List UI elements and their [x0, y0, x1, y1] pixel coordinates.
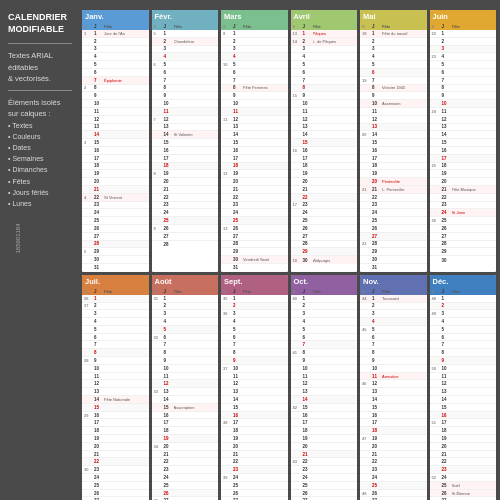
day-row: 6	[291, 334, 358, 342]
day-row: 24	[360, 209, 427, 217]
month-rows-oct: 4012345674189101112131442151617181920214…	[291, 295, 358, 500]
day-row: 11	[152, 108, 219, 116]
list-item-textes: Textes	[8, 120, 72, 131]
day-row: 3	[82, 310, 149, 318]
day-row: 16	[152, 412, 219, 420]
day-row: 22	[430, 458, 497, 466]
month-header-oct: Oct.	[291, 275, 358, 288]
day-row: 11	[152, 373, 219, 381]
day-row: 15	[360, 139, 427, 147]
day-row: 23	[221, 466, 288, 474]
calendar-grid: Janv.SJFête11Jour de l'An234567Épiphanie…	[82, 10, 496, 500]
day-row: 18	[152, 163, 219, 171]
day-row: 12	[291, 380, 358, 388]
day-row: 25	[221, 217, 288, 225]
day-row: 26	[82, 490, 149, 498]
day-row: 15	[221, 404, 288, 412]
day-row: 401	[291, 295, 358, 303]
day-row: 24	[221, 209, 288, 217]
day-row: 493	[430, 310, 497, 318]
day-row: 3	[291, 46, 358, 54]
day-row: 7	[221, 341, 288, 349]
day-row: 21	[152, 186, 219, 194]
day-row: 25	[221, 482, 288, 490]
day-row: 13	[221, 388, 288, 396]
day-row: 311	[152, 295, 219, 303]
day-row: 23	[82, 202, 149, 210]
month-rows-fevr: 512Chandeleur3465678910117121314St Valen…	[152, 30, 219, 272]
day-row: 22	[291, 194, 358, 202]
day-row: 16	[152, 147, 219, 155]
day-row: 9	[291, 357, 358, 365]
day-row: 21	[291, 186, 358, 194]
day-row: 3	[430, 46, 497, 54]
day-row: 16	[221, 412, 288, 420]
day-row: 26	[291, 490, 358, 498]
day-row: 18	[82, 163, 149, 171]
day-row: 15	[291, 139, 358, 147]
day-row: 2	[152, 303, 219, 311]
month-janv: Janv.SJFête11Jour de l'An234567Épiphanie…	[82, 10, 149, 272]
day-row: 6	[82, 69, 149, 77]
day-row: 819	[152, 170, 219, 178]
day-row: 15	[221, 139, 288, 147]
day-row: 12	[430, 116, 497, 124]
day-row: 18	[360, 427, 427, 435]
watermark: 165901184	[0, 190, 23, 254]
month-rows-juil: 2612723456782891011121314Fête Nationale1…	[82, 295, 149, 500]
month-header-juil: Juil.	[82, 275, 149, 288]
day-row: 2	[82, 38, 149, 46]
day-row: 20	[360, 443, 427, 451]
day-row: 4	[291, 53, 358, 61]
month-rows-mai: 181Fête du travail234561978Victoire 1945…	[360, 30, 427, 272]
day-row: 11	[221, 373, 288, 381]
day-row: 9	[221, 357, 288, 365]
sidebar-title: CALENDRIERMODIFIABLE	[8, 12, 72, 35]
day-row: 7	[152, 77, 219, 85]
month-subheader-dec: SJFête	[430, 288, 497, 295]
day-row: 13	[152, 124, 219, 132]
day-row: 17	[291, 155, 358, 163]
day-row: 20	[291, 178, 358, 186]
day-row: 10Ascension	[360, 100, 427, 108]
day-row: 3	[291, 310, 358, 318]
day-row: 23	[152, 466, 219, 474]
day-row: 15Assomption	[152, 404, 219, 412]
day-row: 28	[291, 241, 358, 249]
day-row: 326	[152, 334, 219, 342]
day-row: 5	[82, 61, 149, 69]
day-row: 6	[221, 69, 288, 77]
day-row: 2Chandeleur	[152, 38, 219, 46]
month-juil: Juil.SJFête2612723456782891011121314Fête…	[82, 275, 149, 500]
month-subheader-avril: SJFête	[291, 23, 358, 30]
day-row: 4322	[291, 458, 358, 466]
day-row: 31	[360, 264, 427, 272]
day-row: 6	[152, 69, 219, 77]
day-row: 3	[152, 310, 219, 318]
day-row: 24	[152, 209, 219, 217]
day-row: 2916	[82, 412, 149, 420]
day-row: 12	[152, 380, 219, 388]
day-row: 9	[360, 92, 427, 100]
day-row: 23	[430, 466, 497, 474]
day-row: 3313	[152, 388, 219, 396]
day-row: 14	[291, 131, 358, 139]
day-row: 31	[221, 264, 288, 272]
day-row: 4826	[360, 490, 427, 498]
day-row: 13	[360, 388, 427, 396]
day-row: 7	[430, 341, 497, 349]
day-row: 315	[82, 139, 149, 147]
day-row: 19	[82, 435, 149, 443]
day-row: 25	[82, 482, 149, 490]
day-row: 2	[360, 303, 427, 311]
day-row: 18	[221, 163, 288, 171]
day-row: 13	[430, 124, 497, 132]
day-row: 9	[430, 357, 497, 365]
day-row: 21	[82, 186, 149, 194]
day-row: 28	[221, 241, 288, 249]
day-row: 1723	[291, 202, 358, 210]
day-row: 6	[82, 334, 149, 342]
month-header-mars: Mars	[221, 10, 288, 23]
month-mai: MaiSJFête181Fête du travail234561978Vict…	[360, 10, 427, 272]
day-row: 28	[430, 241, 497, 249]
